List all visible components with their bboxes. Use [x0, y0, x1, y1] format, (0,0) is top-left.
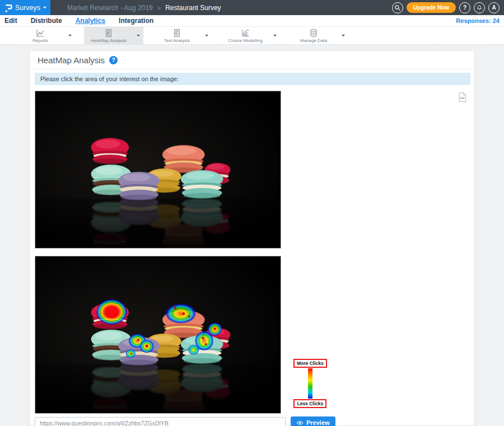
choice-chart-icon	[241, 29, 250, 38]
macarons-heatmap-photo	[35, 256, 281, 413]
toolbar-choice-modelling-label: Choice Modelling	[228, 38, 262, 43]
toolbar-reports-label: Reports	[32, 38, 48, 43]
survey-menu-row: Edit Distribute Analytics Integration Re…	[0, 15, 504, 26]
toolbar-reports[interactable]: Reports	[16, 27, 75, 44]
panel-help-icon[interactable]: ?	[109, 56, 118, 64]
menu-item-analytics[interactable]: Analytics	[76, 17, 105, 25]
clicks-legend: More Clicks Less Clicks	[293, 359, 327, 408]
text-analysis-dropdown-caret[interactable]	[202, 33, 212, 38]
less-clicks-label: Less Clicks	[293, 399, 326, 408]
legend-gradient-bar	[308, 368, 312, 399]
breadcrumb-separator: >	[157, 4, 161, 11]
panel-header: HeatMap Analysis ?	[30, 51, 474, 69]
database-icon	[309, 29, 318, 38]
surveys-menu-button[interactable]: Surveys	[0, 0, 50, 15]
search-icon	[394, 4, 401, 11]
chevron-down-icon	[43, 7, 46, 10]
pdf-file-icon: PDF	[458, 92, 467, 102]
share-url-row	[35, 417, 286, 426]
search-button[interactable]	[392, 2, 403, 13]
breadcrumb-current: Restaurant Survey	[165, 4, 221, 12]
breadcrumb-parent[interactable]: Market Research - Aug 2019	[67, 4, 153, 12]
line-chart-icon	[36, 29, 45, 38]
toolbar-choice-modelling[interactable]: Choice Modelling	[221, 27, 280, 44]
instruction-bar: Please click the area of your interest o…	[35, 73, 470, 85]
heatmap-document-icon	[104, 29, 113, 38]
upgrade-now-button[interactable]: Upgrade Now	[407, 2, 456, 13]
heatmap-panel: HeatMap Analysis ? Please click the area…	[29, 50, 475, 426]
responses-count[interactable]: Responses: 24	[456, 17, 500, 24]
bell-icon	[476, 4, 483, 11]
images-column	[35, 91, 286, 426]
preview-button[interactable]: Preview	[291, 416, 335, 426]
topbar: Surveys Market Research - Aug 2019 > Res…	[0, 0, 504, 15]
toolbar-manage-data-label: Manage Data	[300, 38, 327, 43]
topbar-actions: Upgrade Now ? A	[392, 2, 504, 13]
text-document-icon	[172, 29, 181, 38]
survey-image-heatmap[interactable]	[35, 256, 281, 414]
analytics-toolbar: Reports HeatMap Analysis	[0, 26, 504, 45]
eye-icon	[296, 420, 304, 425]
reports-dropdown-caret[interactable]	[65, 33, 75, 38]
toolbar-manage-data[interactable]: Manage Data	[289, 27, 348, 44]
heatmap-dropdown-caret[interactable]	[133, 33, 143, 38]
surveys-menu-label: Surveys	[15, 4, 40, 12]
toolbar-heatmap-analysis[interactable]: HeatMap Analysis	[84, 27, 143, 44]
questionpro-logo-icon	[4, 3, 12, 13]
manage-data-dropdown-caret[interactable]	[338, 33, 348, 38]
toolbar-text-analysis[interactable]: Text Analysis	[152, 27, 212, 44]
menu-item-distribute[interactable]: Distribute	[31, 17, 62, 25]
preview-button-label: Preview	[306, 419, 330, 426]
survey-image-original[interactable]	[35, 91, 281, 249]
panel-body: Please click the area of your interest o…	[30, 69, 474, 426]
choice-modelling-dropdown-caret[interactable]	[270, 33, 280, 38]
breadcrumb: Market Research - Aug 2019 > Restaurant …	[67, 4, 221, 12]
toolbar-heatmap-label: HeatMap Analysis	[91, 38, 127, 43]
menu-item-integration[interactable]: Integration	[119, 17, 153, 25]
share-url-input[interactable]	[35, 417, 286, 426]
toolbar-text-analysis-label: Text Analysis	[164, 38, 190, 43]
export-pdf-button[interactable]: PDF	[458, 92, 467, 105]
avatar[interactable]: A	[488, 2, 500, 13]
menu-item-edit[interactable]: Edit	[4, 17, 17, 25]
help-button[interactable]: ?	[459, 2, 470, 13]
macarons-photo	[35, 91, 281, 248]
more-clicks-label: More Clicks	[293, 359, 327, 368]
page-title: HeatMap Analysis	[38, 55, 105, 65]
right-column: PDF More Clicks Less Clicks Preview	[286, 91, 470, 426]
svg-text:PDF: PDF	[460, 97, 465, 100]
notifications-button[interactable]	[474, 2, 485, 13]
page-content: HeatMap Analysis ? Please click the area…	[0, 45, 504, 426]
